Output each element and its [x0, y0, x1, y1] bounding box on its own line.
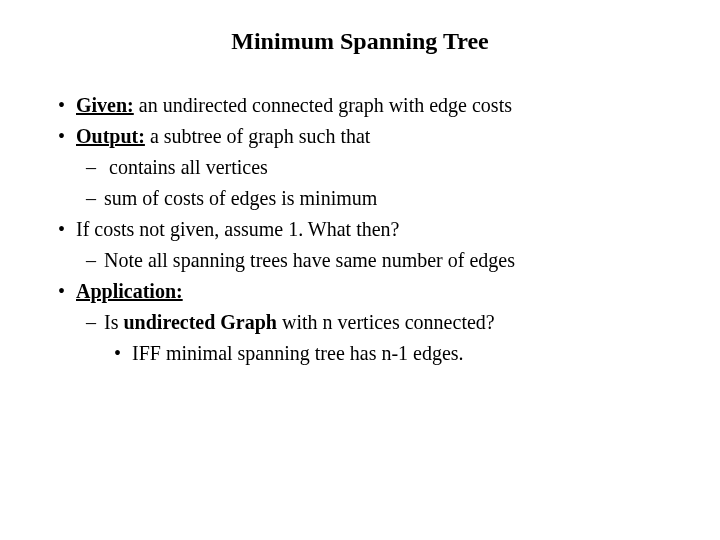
bullet-application: Application:	[40, 277, 680, 306]
output-sub-mincost: sum of costs of edges is minimum	[40, 184, 680, 213]
output-text: a subtree of graph such that	[145, 125, 370, 147]
output-label: Output:	[76, 125, 145, 147]
given-label: Given:	[76, 94, 134, 116]
application-label: Application:	[76, 280, 183, 302]
output-sub-vertices: contains all vertices	[40, 153, 680, 182]
slide-body: Given: an undirected connected graph wit…	[40, 91, 680, 368]
bullet-output: Output: a subtree of graph such that	[40, 122, 680, 151]
app-text-b: with n vertices connected?	[277, 311, 495, 333]
application-sub-connected: Is undirected Graph with n vertices conn…	[40, 308, 680, 337]
bullet-costs: If costs not given, assume 1. What then?	[40, 215, 680, 244]
costs-sub-note: Note all spanning trees have same number…	[40, 246, 680, 275]
bullet-given: Given: an undirected connected graph wit…	[40, 91, 680, 120]
given-text: an undirected connected graph with edge …	[134, 94, 512, 116]
slide-title: Minimum Spanning Tree	[40, 28, 680, 55]
application-sub-iff: IFF minimal spanning tree has n-1 edges.	[40, 339, 680, 368]
app-text-bold: undirected Graph	[123, 311, 277, 333]
app-text-a: Is	[104, 311, 123, 333]
